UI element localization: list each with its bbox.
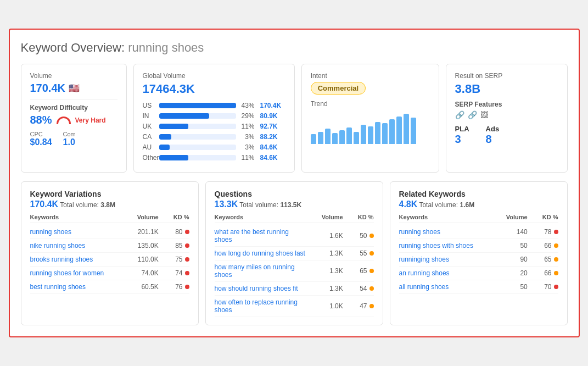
- rk-title: Related Keywords: [399, 190, 558, 198]
- kw-kd: 47: [343, 302, 374, 310]
- kd-hard-label: Very Hard: [75, 117, 106, 124]
- bar-track: [159, 145, 236, 150]
- kw-volume: 1.3K: [306, 285, 343, 292]
- kw-kd: 80: [159, 228, 189, 236]
- kw-link[interactable]: an running shoes: [399, 269, 491, 277]
- bar-row: IN 29% 80.9K: [143, 112, 285, 120]
- kw-link[interactable]: runninging shoes: [399, 256, 491, 263]
- kd-dot-icon: [369, 234, 374, 238]
- bar-fill: [159, 155, 188, 160]
- table-row: how should running shoes fit 1.3K 54: [215, 282, 374, 296]
- kw-kd: 65: [528, 256, 558, 263]
- serp-value: 3.8B: [455, 82, 558, 96]
- kv-title: Keyword Variations: [30, 190, 189, 198]
- table-row: what are the best running shoes 1.6K 50: [215, 225, 374, 247]
- kw-link[interactable]: how often to replace running shoes: [215, 298, 306, 314]
- kw-volume: 50: [491, 283, 528, 291]
- kw-link[interactable]: running shoes for women: [30, 269, 122, 277]
- global-volume-card: Global Volume 17464.3K US 43% 170.4K IN …: [133, 64, 295, 173]
- table-row: brooks running shoes 110.0K 75: [30, 253, 189, 267]
- kd-dot-icon: [185, 271, 189, 275]
- table-row: how often to replace running shoes 1.0K …: [215, 296, 374, 317]
- volume-value: 170.4K: [30, 82, 66, 95]
- rk-rows: running shoes 140 78 running shoes with …: [399, 225, 558, 294]
- trend-bar: [311, 134, 316, 144]
- kd-dot-icon: [185, 230, 189, 234]
- kw-kd: 50: [343, 232, 374, 240]
- trend-bar: [389, 119, 395, 144]
- kw-kd: 74: [159, 269, 189, 277]
- table-row: nike running shoes 135.0K 85: [30, 239, 189, 253]
- kw-volume: 20: [491, 269, 528, 277]
- bar-fill: [159, 134, 171, 140]
- bar-pct: 43%: [239, 102, 255, 109]
- trend-bar: [375, 122, 380, 144]
- kw-link[interactable]: what are the best running shoes: [215, 228, 306, 243]
- kw-link[interactable]: brooks running shoes: [30, 256, 122, 263]
- cpc-label: CPC: [30, 131, 52, 137]
- kw-link[interactable]: running shoes: [30, 228, 122, 236]
- table-row: all running shoes 50 70: [399, 280, 558, 294]
- kw-link[interactable]: best running shoes: [30, 283, 122, 291]
- bar-row: Other 11% 84.6K: [143, 154, 285, 162]
- rk-sub: 4.8K Total volume: 1.6M: [399, 199, 558, 209]
- kd-dot-icon: [369, 304, 374, 308]
- kw-kd: 78: [528, 228, 558, 236]
- kw-link[interactable]: running shoes with shoes: [399, 242, 491, 249]
- kw-volume: 1.3K: [306, 249, 343, 257]
- kw-kd: 66: [528, 242, 558, 249]
- kw-link[interactable]: all running shoes: [399, 283, 491, 291]
- intent-badge: Commercial: [311, 82, 366, 95]
- trend-bar: [346, 127, 352, 144]
- bar-val: 84.6K: [260, 154, 278, 162]
- table-row: how long do running shoes last 1.3K 55: [215, 247, 374, 260]
- bar-val: 84.6K: [260, 143, 278, 151]
- cpc-value: $0.84: [30, 137, 52, 147]
- kv-rows: running shoes 201.1K 80 nike running sho…: [30, 225, 189, 294]
- com-value: 1.0: [63, 137, 76, 147]
- bar-fill: [159, 145, 170, 150]
- kd-arc-icon: [57, 117, 71, 124]
- bar-track: [159, 124, 236, 129]
- ads-value: 8: [486, 133, 500, 146]
- kw-volume: 90: [491, 256, 528, 263]
- kw-link[interactable]: nike running shoes: [30, 242, 122, 249]
- intent-label: Intent: [311, 72, 430, 80]
- kw-volume: 1.6K: [306, 232, 343, 240]
- kd-dot-icon: [369, 269, 374, 273]
- table-row: runninging shoes 90 65: [399, 253, 558, 267]
- trend-bar: [325, 129, 331, 144]
- bottom-row: Keyword Variations 170.4K Total volume: …: [21, 181, 568, 325]
- ads-label: Ads: [486, 125, 500, 133]
- kw-kd: 85: [159, 242, 189, 249]
- bar-track: [159, 113, 236, 119]
- bar-pct: 11%: [239, 154, 255, 162]
- top-row: Volume 170.4K 🇺🇸 Keyword Difficulty 88% …: [21, 64, 568, 173]
- kw-link[interactable]: how should running shoes fit: [215, 285, 306, 292]
- kw-volume: 140: [491, 228, 528, 236]
- trend-bar: [411, 118, 416, 144]
- page-title: Keyword Overview: running shoes: [21, 41, 568, 55]
- kd-dot-icon: [554, 243, 558, 248]
- table-row: running shoes with shoes 50 66: [399, 239, 558, 253]
- kd-label: Keyword Difficulty: [30, 104, 117, 112]
- kw-link[interactable]: running shoes: [399, 228, 491, 236]
- table-row: running shoes 201.1K 80: [30, 225, 189, 239]
- bar-pct: 29%: [239, 112, 255, 120]
- table-row: running shoes 140 78: [399, 225, 558, 239]
- kw-link[interactable]: how long do running shoes last: [215, 249, 306, 257]
- trend-bar: [368, 126, 373, 144]
- main-container: Keyword Overview: running shoes Volume 1…: [9, 29, 580, 337]
- serp-icon-image: 🖼: [480, 110, 488, 119]
- pla-label: PLA: [455, 125, 469, 133]
- global-value: 17464.3K: [143, 82, 285, 96]
- trend-bar: [404, 114, 409, 144]
- table-row: an running shoes 20 66: [399, 267, 558, 280]
- kd-dot-icon: [554, 271, 558, 275]
- kw-volume: 110.0K: [122, 256, 159, 263]
- serp-features-label: SERP Features: [455, 101, 558, 108]
- bar-track: [159, 155, 236, 160]
- bar-pct: 11%: [239, 123, 255, 130]
- kw-link[interactable]: how many miles on running shoes: [215, 263, 306, 279]
- table-row: best running shoes 60.5K 76: [30, 280, 189, 294]
